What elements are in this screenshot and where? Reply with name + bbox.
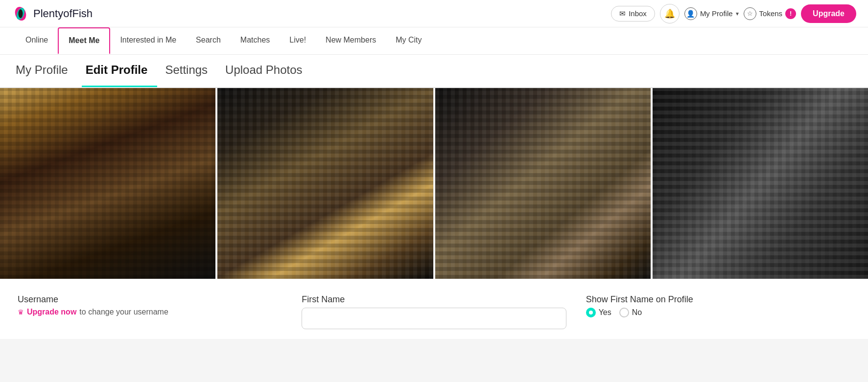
- brand-name: PlentyofFish: [33, 7, 93, 20]
- radio-no[interactable]: No: [619, 308, 642, 317]
- profile-subnav: My Profile Edit Profile Settings Upload …: [0, 55, 868, 88]
- subnav-settings[interactable]: Settings: [161, 63, 217, 87]
- upgrade-prompt: ♛ Upgrade now to change your username: [18, 308, 282, 316]
- radio-no-dot: [619, 308, 629, 317]
- bell-button[interactable]: 🔔: [660, 4, 680, 23]
- profile-icon: 👤: [684, 7, 697, 20]
- tokens-label: Tokens: [759, 9, 783, 18]
- inbox-label: Inbox: [629, 9, 647, 18]
- inbox-icon: ✉: [619, 9, 626, 18]
- upgrade-button[interactable]: Upgrade: [801, 4, 856, 23]
- nav-item-interested[interactable]: Interested in Me: [110, 27, 186, 55]
- logo[interactable]: PlentyofFish: [12, 5, 93, 22]
- my-profile-button[interactable]: 👤 My Profile ▾: [684, 7, 739, 20]
- tokens-icon: ☆: [744, 7, 756, 20]
- tokens-button[interactable]: ☆ Tokens !: [744, 7, 797, 20]
- subnav-upload-photos[interactable]: Upload Photos: [221, 63, 312, 87]
- svg-point-2: [19, 9, 23, 18]
- inbox-button[interactable]: ✉ Inbox: [611, 6, 655, 22]
- crown-icon: ♛: [18, 308, 24, 316]
- show-first-name-group: Show First Name on Profile Yes No: [586, 294, 850, 317]
- main-nav: Online Meet Me Interested in Me Search M…: [0, 27, 868, 55]
- username-group: Username ♛ Upgrade now to change your us…: [18, 294, 282, 316]
- logo-icon: [12, 5, 29, 22]
- top-header: PlentyofFish ✉ Inbox 🔔 👤 My Profile ▾ ☆ …: [0, 0, 868, 27]
- photo-panel-4: [651, 88, 868, 279]
- photo-strip: [0, 88, 868, 279]
- nav-item-live[interactable]: Live!: [280, 27, 316, 55]
- subnav-edit-profile[interactable]: Edit Profile: [82, 63, 158, 87]
- photo-panel-3: [433, 88, 651, 279]
- photo-2: [217, 88, 433, 279]
- photo-panel-2: [215, 88, 433, 279]
- nav-item-matches[interactable]: Matches: [231, 27, 280, 55]
- radio-no-label: No: [632, 308, 642, 317]
- bell-icon: 🔔: [664, 8, 675, 19]
- nav-item-search[interactable]: Search: [186, 27, 231, 55]
- upgrade-now-link[interactable]: Upgrade now: [27, 308, 76, 316]
- nav-item-my-city[interactable]: My City: [386, 27, 431, 55]
- show-first-name-radio-group: Yes No: [586, 308, 850, 317]
- first-name-input[interactable]: [302, 308, 566, 329]
- photo-panel-1: [0, 88, 215, 279]
- photo-4: [653, 88, 868, 279]
- header-actions: ✉ Inbox 🔔 👤 My Profile ▾ ☆ Tokens ! Upgr…: [611, 4, 856, 23]
- my-profile-label: My Profile: [700, 9, 733, 18]
- upgrade-suffix: to change your username: [79, 308, 168, 316]
- upgrade-label: Upgrade: [813, 9, 845, 18]
- photo-1: [0, 88, 215, 279]
- radio-yes[interactable]: Yes: [586, 308, 611, 317]
- username-label: Username: [18, 294, 282, 305]
- photo-3: [435, 88, 651, 279]
- subnav-my-profile[interactable]: My Profile: [16, 63, 78, 87]
- nav-item-online[interactable]: Online: [16, 27, 58, 55]
- nav-item-new-members[interactable]: New Members: [316, 27, 386, 55]
- nav-item-meet-me[interactable]: Meet Me: [58, 27, 110, 55]
- show-first-name-label: Show First Name on Profile: [586, 294, 850, 305]
- profile-form-content: Username ♛ Upgrade now to change your us…: [0, 279, 868, 339]
- token-badge: !: [785, 8, 796, 19]
- chevron-down-icon: ▾: [736, 10, 739, 17]
- first-name-label: First Name: [302, 294, 566, 305]
- radio-yes-dot: [586, 308, 596, 317]
- first-name-group: First Name: [302, 294, 566, 329]
- radio-yes-label: Yes: [599, 308, 611, 317]
